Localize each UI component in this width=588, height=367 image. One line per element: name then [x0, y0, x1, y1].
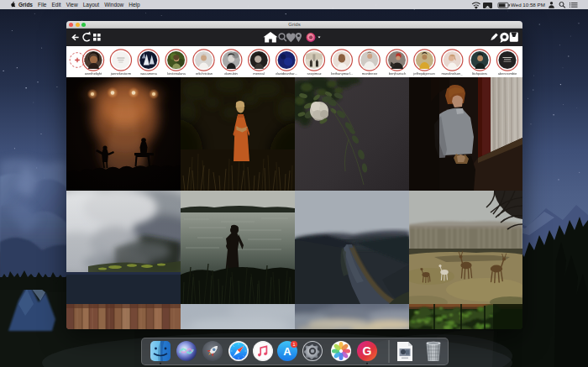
svg-text:1: 1 [292, 342, 295, 347]
svg-text:G: G [363, 344, 372, 358]
svg-text:A: A [283, 345, 291, 358]
